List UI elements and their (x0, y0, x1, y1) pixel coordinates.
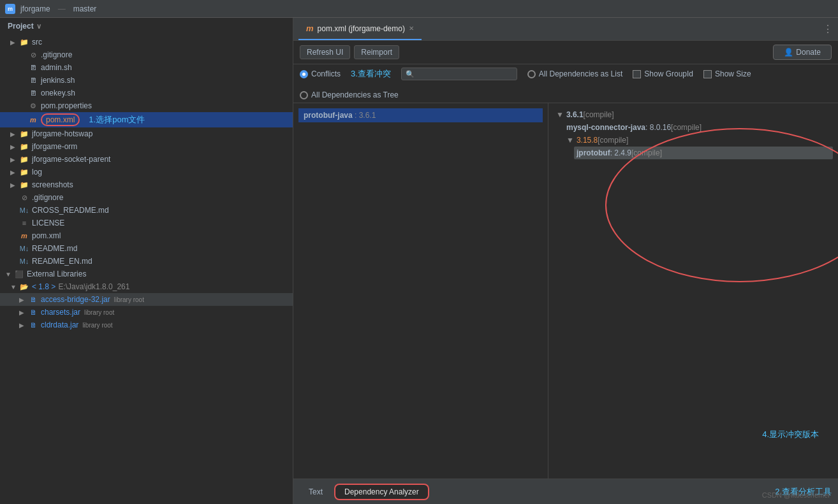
arrow-charsets: ▶ (19, 309, 28, 316)
label-log: log (32, 168, 42, 176)
show-groupid-label: Show GroupId (644, 69, 693, 78)
label-access-bridge: access-bridge-32.jar (41, 295, 110, 304)
separator: — (58, 4, 66, 13)
show-groupid-check[interactable]: Show GroupId (633, 69, 693, 78)
tab-pom-xml[interactable]: m pom.xml (jforgame-demo) ✕ (298, 18, 422, 40)
dep-tree-mysql[interactable]: mysql-connector-java : 8.0.16 [compile] (564, 121, 833, 134)
bottom-tab-text[interactable]: Text (300, 485, 332, 499)
label-src: src (32, 38, 42, 47)
sidebar-item-pom-xml-root[interactable]: m pom.xml (0, 229, 293, 242)
label-orm: jforgame-orm (32, 142, 77, 151)
label-ext-libs: External Libraries (27, 270, 86, 278)
lines-icon-license: ≡ (19, 218, 29, 228)
sidebar-item-src[interactable]: ▶ 📁 src (0, 36, 293, 48)
sidebar-item-jenkins-sh[interactable]: 🖹 jenkins.sh (0, 74, 293, 87)
label-license: LICENSE (32, 219, 64, 227)
sidebar-item-gitignore1[interactable]: ⊘ .gitignore (0, 48, 293, 61)
version-361: 3.6.1 (566, 110, 584, 119)
label-onekey-sh: onekey.sh (41, 89, 75, 97)
options-bar: Conflicts 3.查看冲突 🔍 All Dependencies as L… (293, 64, 838, 103)
sidebar-item-gitignore2[interactable]: ⊘ .gitignore (0, 191, 293, 204)
sidebar-item-readme-en[interactable]: M↓ README_EN.md (0, 255, 293, 268)
conflict-annotation: 3.查看冲突 (351, 68, 391, 80)
arrow-3158: ▼ (566, 136, 574, 145)
arrow-ext: ▼ (5, 271, 14, 278)
version-mysql: : 8.0.16 (645, 123, 671, 132)
dep-right-panel: ▼ 3.6.1 [compile] mysql-connector-java :… (548, 103, 838, 479)
jar-icon-charsets: 🗎 (28, 307, 38, 317)
arrow-361: ▼ (556, 110, 564, 119)
search-box[interactable]: 🔍 (401, 68, 517, 80)
show-size-check[interactable]: Show Size (703, 69, 751, 78)
shell-icon-onekey: 🖹 (28, 88, 38, 98)
sidebar-item-onekey-sh[interactable]: 🖹 onekey.sh (0, 87, 293, 99)
donate-label: Donate (796, 48, 821, 57)
label-jdk-path: E:\Java\jdk1.8.0_261 (58, 282, 129, 291)
donate-btn[interactable]: 👤 Donate (773, 45, 832, 60)
right-panel: m pom.xml (jforgame-demo) ✕ ⋮ Refresh UI… (293, 18, 838, 504)
sidebar-item-pom-properties[interactable]: ⚙ pom.properties (0, 99, 293, 112)
search-input[interactable] (417, 69, 513, 78)
label-jenkins-sh: jenkins.sh (41, 76, 75, 85)
version-jprotobuf: : 2.4.9 (610, 148, 631, 157)
sidebar-item-log[interactable]: ▶ 📁 log (0, 166, 293, 178)
gear-icon-pom-prop: ⚙ (28, 101, 38, 111)
sidebar-chevron[interactable]: ∨ (36, 22, 41, 31)
label-charsets: charsets.jar (41, 308, 80, 317)
sidebar-item-ext-libs[interactable]: ▼ ⬛ External Libraries (0, 268, 293, 280)
tab-maven-icon: m (306, 24, 314, 33)
sidebar-item-orm[interactable]: ▶ 📁 jforgame-orm (0, 140, 293, 153)
watermark: CSDN @littleschemer (762, 491, 830, 499)
bottom-tab-dep-analyzer[interactable]: Dependency Analyzer (334, 484, 429, 500)
ext-icon: ⬛ (14, 269, 24, 279)
show-size-box (703, 70, 712, 78)
sidebar-item-cldrdata[interactable]: ▶ 🗎 cldrdata.jar library root (0, 319, 293, 331)
app-label: jforgame (20, 4, 50, 13)
sidebar-item-charsets[interactable]: ▶ 🗎 charsets.jar library root (0, 306, 293, 319)
sidebar-item-hotswap[interactable]: ▶ 📁 jforgame-hotswap (0, 127, 293, 140)
noentry-icon-1: ⊘ (28, 50, 38, 60)
sidebar-item-socket[interactable]: ▶ 📁 jforgame-socket-parent (0, 153, 293, 166)
label-gitignore2: .gitignore (32, 193, 63, 202)
version-3158: 3.15.8 (577, 136, 598, 145)
label-socket: jforgame-socket-parent (32, 155, 110, 164)
badge-charsets: library root (84, 309, 114, 316)
arrow-orm: ▶ (10, 143, 19, 150)
label-screenshots: screenshots (32, 180, 73, 189)
maven-icon-root: m (19, 231, 29, 241)
dep-item-protobuf[interactable]: protobuf-java : 3.6.1 (298, 108, 543, 122)
reimport-btn[interactable]: Reimport (354, 45, 399, 59)
sidebar-item-pom-xml[interactable]: m pom.xml 1.选择pom文件 (0, 112, 293, 127)
sidebar-title: Project (8, 22, 34, 31)
all-dep-list-radio[interactable]: All Dependencies as List (527, 69, 622, 78)
folder-icon-hotswap: 📁 (19, 129, 29, 139)
sidebar-item-jdk[interactable]: ▼ 📂 < 1.8 > E:\Java\jdk1.8.0_261 (0, 280, 293, 293)
sidebar-item-admin-sh[interactable]: 🖹 admin.sh (0, 61, 293, 74)
refresh-btn[interactable]: Refresh UI (300, 45, 350, 59)
maven-icon-pom: m (28, 115, 38, 125)
folder-icon-orm: 📁 (19, 141, 29, 152)
all-dep-list-label: All Dependencies as List (539, 69, 622, 78)
sidebar-item-readme[interactable]: M↓ README.md (0, 242, 293, 255)
all-dep-tree-radio[interactable]: All Dependencies as Tree (300, 90, 399, 99)
sidebar-item-license[interactable]: ≡ LICENSE (0, 217, 293, 229)
sidebar-item-screenshots[interactable]: ▶ 📁 screenshots (0, 178, 293, 191)
label-cldrdata: cldrdata.jar (41, 320, 78, 329)
conflicts-radio[interactable]: Conflicts (300, 69, 341, 78)
tab-close-btn[interactable]: ✕ (409, 25, 414, 32)
annotation-pom-xml: 1.选择pom文件 (89, 114, 145, 126)
show-groupid-box (633, 70, 641, 78)
sidebar-item-cross-readme[interactable]: M↓ CROSS_README.md (0, 204, 293, 217)
tab-menu-icon[interactable]: ⋮ (823, 23, 833, 35)
sidebar-item-access-bridge[interactable]: ▶ 🗎 access-bridge-32.jar library root (0, 293, 293, 306)
dep-tree-361[interactable]: ▼ 3.6.1 [compile] (554, 108, 833, 121)
folder-icon-log: 📁 (19, 167, 29, 177)
dep-tree-jprotobuf[interactable]: jprotobuf : 2.4.9 [compile] (574, 147, 833, 159)
arrow-cldrdata: ▶ (19, 322, 28, 329)
label-gitignore1: .gitignore (41, 50, 72, 59)
bottom-bar: Text Dependency Analyzer 2.查看分析工具 (293, 479, 838, 504)
dep-tree-3158[interactable]: ▼ 3.15.8 [compile] (564, 134, 833, 147)
name-mysql: mysql-connector-java (566, 123, 645, 132)
arrow-access: ▶ (19, 296, 28, 303)
badge-access: library root (114, 296, 144, 303)
